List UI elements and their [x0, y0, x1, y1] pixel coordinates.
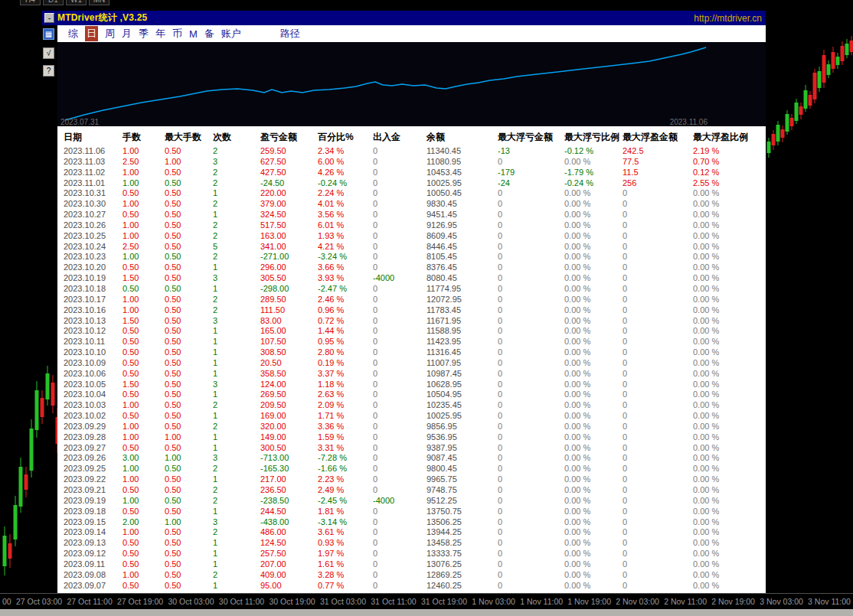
menu-item-path[interactable]: 路径 [280, 27, 300, 41]
table-row: 2023.10.051.500.503124.001.18 %010628.95… [64, 380, 766, 390]
time-axis-label: 3 Nov 11:00 [808, 597, 851, 609]
chart-end-date: 2023.11.06 [670, 118, 708, 126]
timeframe-button-H4[interactable]: H4 [20, 0, 41, 5]
column-header: 出入金 [373, 131, 426, 146]
chart-start-date: 2023.07.31 [60, 118, 99, 126]
table-row: 2023.09.221.000.501217.002.23 %09965.750… [64, 474, 766, 485]
panel-title: MTDriver统计 ,V3.25 [57, 11, 147, 24]
table-row: 2023.10.171.000.502289.502.46 %012072.95… [64, 295, 766, 305]
column-header: 手数 [123, 131, 165, 146]
time-axis-label: 00 [2, 597, 11, 609]
time-axis-label: 30 Oct 19:00 [269, 597, 315, 609]
menu-item-7[interactable]: M [189, 28, 198, 40]
timeframe-button-D1[interactable]: D1 [43, 0, 64, 5]
table-row: 2023.11.032.501.003627.506.00 %011080.95… [64, 157, 766, 168]
time-axis-label: 1 Nov 19:00 [567, 597, 611, 609]
check-button[interactable]: √ [43, 47, 54, 59]
table-row: 2023.10.191.500.503305.503.93 %-40008080… [64, 273, 766, 284]
column-header: 最大浮亏金额 [498, 131, 564, 146]
column-header: 余额 [426, 131, 498, 146]
table-row: 2023.10.060.500.501358.503.37 %010987.45… [64, 369, 766, 380]
table-row: 2023.11.061.000.502259.502.34 %011340.45… [64, 146, 766, 157]
table-row: 2023.10.110.500.501107.500.95 %011423.95… [64, 337, 766, 347]
column-header: 最大浮亏比例 [564, 131, 623, 146]
table-row: 2023.10.040.500.501269.502.63 %010504.95… [64, 389, 766, 400]
time-axis-label: 31 Oct 11:00 [371, 597, 416, 609]
table-row: 2023.09.191.000.502-238.50-2.45 %-400095… [64, 496, 766, 507]
table-row: 2023.09.081.000.502409.003.28 %012869.25… [64, 570, 766, 581]
column-header: 盈亏金额 [260, 131, 318, 146]
menu-item-2[interactable]: 周 [105, 27, 115, 41]
column-header: 最大浮盈金额 [623, 131, 693, 146]
table-row: 2023.09.251.000.502-165.30-1.66 %09800.4… [64, 464, 766, 474]
table-row: 2023.10.231.000.502-271.00-3.24 %08105.4… [64, 252, 766, 262]
column-header: 次数 [213, 131, 260, 146]
menu-item-1[interactable]: 日 [85, 26, 98, 41]
equity-chart: 2023.07.31 2023.11.06 [57, 42, 766, 126]
table-row: 2023.09.281.001.001149.001.59 %09536.950… [64, 432, 766, 443]
table-row: 2023.09.180.500.501244.501.81 %013750.75… [64, 507, 766, 517]
table-header-row: 日期手数最大手数次数盈亏金额百分比%出入金余额最大浮亏金额最大浮亏比例最大浮盈金… [64, 131, 766, 146]
menu-item-3[interactable]: 月 [122, 27, 132, 41]
table-row: 2023.11.021.000.502427.504.26 %010453.45… [64, 168, 766, 178]
table-row: 2023.09.120.500.501257.501.97 %013333.75… [64, 549, 766, 559]
time-axis-label: 2 Nov 03:00 [616, 597, 659, 609]
table-row: 2023.10.301.000.502379.004.01 %09830.450… [64, 199, 766, 210]
table-row: 2023.09.152.001.003-438.00-3.14 %013506.… [64, 517, 766, 528]
table-row: 2023.10.242.500.505341.004.21 %08446.450… [64, 242, 766, 253]
table-row: 2023.10.180.500.501-298.00-2.47 %011774.… [64, 284, 766, 295]
timeframe-toolbar: H4D1W1MN [20, 0, 109, 5]
time-axis-label: 27 Oct 03:00 [16, 597, 62, 609]
table-row: 2023.10.161.000.502111.500.96 %011783.45… [64, 305, 766, 316]
table-row: 2023.09.263.001.003-713.00-7.28 %09087.4… [64, 453, 766, 464]
time-axis-label: 1 Nov 11:00 [520, 597, 563, 609]
panel-url-link[interactable]: http://mtdriver.cn [694, 13, 766, 24]
column-header: 最大手数 [165, 131, 213, 146]
table-row: 2023.10.100.500.501308.502.80 %011316.45… [64, 347, 766, 358]
menu-item-0[interactable]: 综 [68, 27, 78, 41]
table-row: 2023.09.130.500.501124.500.93 %013458.25… [64, 538, 766, 549]
time-axis-label: 2 Nov 19:00 [711, 597, 755, 609]
time-axis-label: 31 Oct 19:00 [421, 597, 467, 609]
table-row: 2023.10.120.500.501165.001.44 %011588.95… [64, 326, 766, 337]
panel-content: 综日周月季年币M备账户路径 2023.07.31 2023.11.06 日期手数… [57, 25, 766, 593]
time-axis: 0027 Oct 03:0027 Oct 11:0027 Oct 19:0030… [0, 593, 853, 609]
help-button[interactable]: ? [43, 65, 54, 77]
column-header: 最大浮盈比例 [693, 131, 766, 146]
time-axis-label: 1 Nov 03:00 [472, 597, 515, 609]
panel-title-bar: - MTDriver统计 ,V3.25 http://mtdriver.cn [42, 11, 766, 25]
table-row: 2023.09.070.500.50195.000.77 %012460.250… [64, 581, 766, 592]
menu-item-8[interactable]: 备 [204, 27, 214, 41]
time-axis-label: 30 Oct 03:00 [168, 597, 214, 609]
time-axis-label: 27 Oct 19:00 [117, 597, 163, 609]
menu-item-6[interactable]: 币 [172, 27, 182, 41]
table-row: 2023.10.090.500.50120.500.19 %011007.950… [64, 358, 766, 369]
menu-item-9[interactable]: 账户 [221, 27, 241, 41]
table-row: 2023.11.011.000.502-24.50-0.24 %010025.9… [64, 178, 766, 189]
equity-curve-line [65, 47, 706, 120]
table-row: 2023.10.261.000.502517.506.01 %09126.950… [64, 220, 766, 231]
table-body: 2023.11.061.000.502259.502.34 %011340.45… [64, 146, 766, 591]
panel-grid-icon[interactable]: ▦ [43, 28, 54, 40]
time-axis-label: 30 Oct 11:00 [219, 597, 264, 609]
minimize-button[interactable]: - [44, 13, 54, 23]
menu-item-5[interactable]: 年 [155, 27, 165, 41]
table-row: 2023.10.270.500.501324.503.56 %09451.450… [64, 210, 766, 220]
table-row: 2023.09.110.500.501207.001.61 %013076.25… [64, 559, 766, 570]
time-axis-label: 31 Oct 03:00 [320, 597, 366, 609]
column-header: 日期 [64, 131, 123, 146]
table-row: 2023.10.131.500.50383.000.72 %011671.950… [64, 316, 766, 327]
time-axis-label: 3 Nov 03:00 [760, 597, 803, 609]
menu-item-4[interactable]: 季 [139, 27, 149, 41]
table-row: 2023.10.020.500.501169.001.71 %010025.95… [64, 411, 766, 422]
bottom-status-strip [0, 609, 853, 616]
timeframe-button-W1[interactable]: W1 [66, 0, 87, 5]
table-row: 2023.09.141.000.502486.003.61 %013944.25… [64, 527, 766, 538]
table-row: 2023.09.291.000.502320.003.36 %09856.950… [64, 422, 766, 432]
time-axis-label: 2 Nov 11:00 [664, 597, 707, 609]
table-row: 2023.10.251.000.502163.001.93 %08609.450… [64, 231, 766, 242]
daily-stats-table: 日期手数最大手数次数盈亏金额百分比%出入金余额最大浮亏金额最大浮亏比例最大浮盈金… [57, 126, 766, 593]
time-axis-label: 27 Oct 11:00 [67, 597, 112, 609]
table-row: 2023.09.270.500.501300.503.31 %09387.950… [64, 443, 766, 454]
timeframe-button-MN[interactable]: MN [89, 0, 109, 5]
